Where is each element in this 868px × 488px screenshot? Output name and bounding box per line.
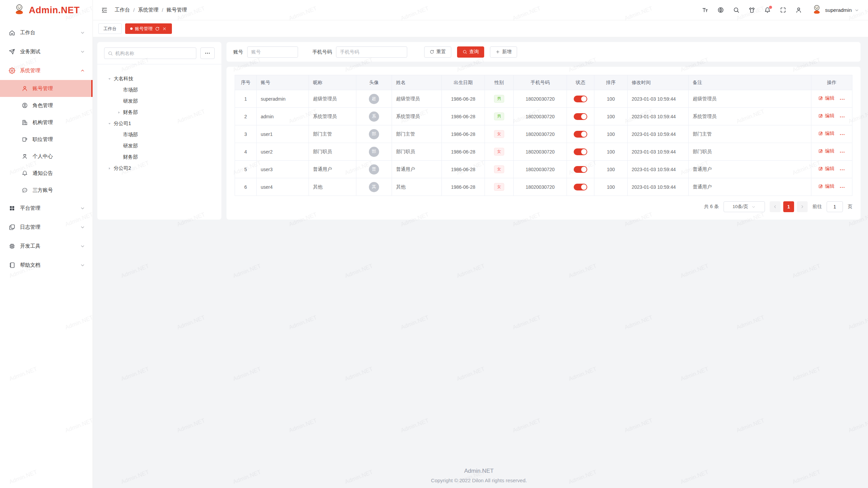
edit-button[interactable]: 编辑 xyxy=(818,130,834,137)
row-more-button[interactable] xyxy=(839,184,845,190)
tree-node-label: 财务部 xyxy=(123,109,138,116)
phone-filter-input[interactable] xyxy=(336,46,407,58)
caret-right-icon[interactable] xyxy=(116,110,122,115)
tree-node-大名科技[interactable]: 大名科技 xyxy=(104,73,215,84)
tree-node-label: 市场部 xyxy=(123,131,138,138)
row-more-button[interactable] xyxy=(839,167,845,173)
footer-title: Admin.NET xyxy=(97,468,861,474)
status-toggle[interactable] xyxy=(574,113,587,120)
sidebar-item-平台管理[interactable]: 平台管理 xyxy=(0,199,93,218)
cell-gender: 女 xyxy=(485,161,514,178)
edit-button[interactable]: 编辑 xyxy=(818,113,834,119)
sidebar-item-业务测试[interactable]: 业务测试 xyxy=(0,42,93,61)
cell-account: admin xyxy=(257,108,309,125)
status-toggle[interactable] xyxy=(574,148,587,155)
tree-node-市场部[interactable]: 市场部 xyxy=(104,84,215,96)
row-more-button[interactable] xyxy=(839,114,845,120)
user-menu[interactable]: superadmin xyxy=(811,4,859,17)
tab-close-icon[interactable] xyxy=(162,26,167,31)
row-more-button[interactable] xyxy=(839,149,845,155)
gender-tag: 男 xyxy=(494,113,504,121)
breadcrumb-item-系统管理[interactable]: 系统管理 xyxy=(138,7,158,13)
row-more-button[interactable] xyxy=(839,131,845,138)
sidebar-collapse-icon[interactable] xyxy=(101,7,108,14)
fullscreen-icon[interactable] xyxy=(780,7,786,13)
tree-node-市场部[interactable]: 市场部 xyxy=(104,129,215,140)
toggle-knob xyxy=(581,149,587,155)
account-filter-input[interactable] xyxy=(247,46,298,58)
sidebar-subitem-三方账号[interactable]: 三方账号 xyxy=(0,182,93,199)
notification-bell-icon[interactable] xyxy=(764,7,771,13)
edit-button[interactable]: 编辑 xyxy=(818,95,834,101)
add-button[interactable]: 新增 xyxy=(490,46,517,58)
sidebar-subitem-label: 职位管理 xyxy=(33,136,53,143)
edit-button[interactable]: 编辑 xyxy=(818,183,834,189)
username: superadmin xyxy=(825,7,852,13)
edit-button[interactable]: 编辑 xyxy=(818,148,834,154)
status-toggle[interactable] xyxy=(574,184,587,190)
edit-button-label: 编辑 xyxy=(825,113,834,119)
sidebar-item-系统管理[interactable]: 系统管理 xyxy=(0,61,93,80)
current-page-button[interactable]: 1 xyxy=(783,201,794,212)
goto-page-input[interactable] xyxy=(827,201,843,212)
log-icon xyxy=(9,224,15,230)
query-button[interactable]: 查询 xyxy=(457,46,484,58)
tree-node-财务部[interactable]: 财务部 xyxy=(104,107,215,118)
edit-icon xyxy=(818,166,823,171)
cell-avatar: 其 xyxy=(356,178,392,196)
sidebar-subitem-机构管理[interactable]: 机构管理 xyxy=(0,114,93,131)
caret-down-icon[interactable] xyxy=(107,121,112,126)
org-search-input[interactable] xyxy=(115,50,193,56)
chevron-down-icon xyxy=(80,244,85,249)
page-size-select[interactable]: 10条/页 xyxy=(724,201,765,212)
edit-icon xyxy=(818,113,823,118)
sidebar-item-帮助文档[interactable]: 帮助文档 xyxy=(0,256,93,274)
tab-refresh-icon[interactable] xyxy=(155,26,160,31)
sidebar-subitem-职位管理[interactable]: 职位管理 xyxy=(0,131,93,148)
gender-tag: 男 xyxy=(494,95,504,103)
search-icon xyxy=(462,49,467,54)
tree-node-研发部[interactable]: 研发部 xyxy=(104,140,215,151)
edit-button[interactable]: 编辑 xyxy=(818,166,834,172)
tree-node-分公司1[interactable]: 分公司1 xyxy=(104,118,215,129)
status-toggle[interactable] xyxy=(574,166,587,173)
font-size-icon[interactable] xyxy=(702,7,708,13)
sidebar-subitem-角色管理[interactable]: 角色管理 xyxy=(0,97,93,114)
status-toggle[interactable] xyxy=(574,96,587,102)
tree-node-财务部[interactable]: 财务部 xyxy=(104,151,215,163)
sidebar-subitem-个人中心[interactable]: 个人中心 xyxy=(0,148,93,165)
prev-page-button[interactable] xyxy=(770,201,781,212)
cell-nickname: 普通用户 xyxy=(309,161,356,178)
theme-icon[interactable] xyxy=(749,7,755,13)
sidebar-item-工作台[interactable]: 工作台 xyxy=(0,23,93,42)
sidebar-item-开发工具[interactable]: 开发工具 xyxy=(0,237,93,256)
sidebar-subitem-账号管理[interactable]: 账号管理 xyxy=(0,80,93,97)
org-more-button[interactable] xyxy=(200,47,215,59)
cell-status xyxy=(567,90,594,108)
language-icon[interactable] xyxy=(717,7,724,13)
tree-node-分公司2[interactable]: 分公司2 xyxy=(104,163,215,174)
org-tree-panel: 大名科技市场部研发部财务部分公司1市场部研发部财务部分公司2 xyxy=(97,42,221,220)
column-header-性别: 性别 xyxy=(485,75,514,90)
tab-工作台[interactable]: 工作台 xyxy=(98,23,122,34)
user-outline-icon[interactable] xyxy=(795,7,802,13)
search-icon[interactable] xyxy=(733,7,739,13)
tab-bar: 工作台账号管理 xyxy=(93,20,868,37)
caret-down-icon[interactable] xyxy=(107,76,112,82)
gender-tag: 女 xyxy=(494,165,504,174)
org-search-box xyxy=(104,47,196,59)
sidebar-item-日志管理[interactable]: 日志管理 xyxy=(0,218,93,237)
row-more-button[interactable] xyxy=(839,96,845,102)
cell-modified: 2023-01-03 10:59:44 xyxy=(628,178,689,196)
avatar: 部 xyxy=(369,147,379,157)
tab-账号管理[interactable]: 账号管理 xyxy=(125,23,172,34)
cell-gender: 女 xyxy=(485,143,514,161)
next-page-button[interactable] xyxy=(797,201,808,212)
reset-button[interactable]: 重置 xyxy=(424,46,451,58)
caret-right-icon[interactable] xyxy=(107,166,112,171)
sidebar-subitem-通知公告[interactable]: 通知公告 xyxy=(0,165,93,182)
status-toggle[interactable] xyxy=(574,131,587,138)
tree-node-研发部[interactable]: 研发部 xyxy=(104,96,215,107)
breadcrumb-item-工作台[interactable]: 工作台 xyxy=(115,7,130,13)
cell-modified: 2023-01-03 10:59:44 xyxy=(628,125,689,143)
